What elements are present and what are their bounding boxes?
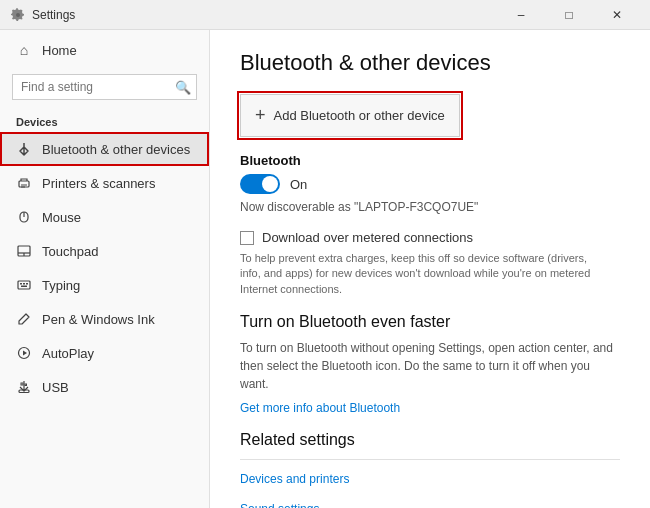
related-settings-title: Related settings [240, 431, 620, 449]
devices-section-label: Devices [0, 110, 209, 132]
related-link-0[interactable]: Devices and printers [240, 472, 620, 486]
svg-rect-14 [21, 383, 23, 385]
usb-icon [16, 379, 32, 395]
svg-rect-7 [18, 281, 30, 289]
related-link-1[interactable]: Sound settings [240, 502, 620, 508]
sidebar-item-bluetooth[interactable]: Bluetooth & other devices [0, 132, 209, 166]
sidebar-item-usb[interactable]: USB [0, 370, 209, 404]
app-window: ⌂ Home 🔍 Devices Bluetooth & other devic… [0, 30, 650, 508]
content-area: Bluetooth & other devices + Add Bluetoot… [210, 30, 650, 508]
maximize-button[interactable]: □ [546, 0, 592, 30]
bluetooth-section-title: Bluetooth [240, 153, 620, 168]
sidebar-item-printers[interactable]: Printers & scanners [0, 166, 209, 200]
titlebar: Settings – □ ✕ [0, 0, 650, 30]
svg-marker-13 [23, 351, 27, 356]
sidebar-mouse-label: Mouse [42, 210, 81, 225]
sidebar-item-pen[interactable]: Pen & Windows Ink [0, 302, 209, 336]
svg-rect-8 [20, 283, 22, 285]
download-checkbox-label: Download over metered connections [262, 230, 473, 245]
sidebar-printers-label: Printers & scanners [42, 176, 155, 191]
sidebar-item-mouse[interactable]: Mouse [0, 200, 209, 234]
search-box: 🔍 [12, 74, 197, 100]
turn-on-text: To turn on Bluetooth without opening Set… [240, 339, 620, 393]
sidebar-typing-label: Typing [42, 278, 80, 293]
svg-rect-1 [19, 181, 29, 187]
mouse-icon [16, 209, 32, 225]
bluetooth-status: On [290, 177, 307, 192]
download-checkbox[interactable] [240, 231, 254, 245]
titlebar-title: Settings [32, 8, 498, 22]
printers-icon [16, 175, 32, 191]
sidebar-item-typing[interactable]: Typing [0, 268, 209, 302]
settings-icon [10, 7, 26, 23]
add-device-label: Add Bluetooth or other device [274, 108, 445, 123]
bluetooth-toggle-row: On [240, 174, 620, 194]
download-helper-text: To help prevent extra charges, keep this… [240, 251, 600, 297]
sidebar-usb-label: USB [42, 380, 69, 395]
sidebar-touchpad-label: Touchpad [42, 244, 98, 259]
page-title: Bluetooth & other devices [240, 50, 620, 76]
sidebar-item-autoplay[interactable]: AutoPlay [0, 336, 209, 370]
divider [240, 459, 620, 460]
bluetooth-icon [16, 141, 32, 157]
close-button[interactable]: ✕ [594, 0, 640, 30]
svg-rect-11 [21, 286, 27, 288]
touchpad-icon [16, 243, 32, 259]
typing-icon [16, 277, 32, 293]
svg-point-0 [16, 13, 20, 17]
sidebar: ⌂ Home 🔍 Devices Bluetooth & other devic… [0, 30, 210, 508]
plus-icon: + [255, 105, 266, 126]
sidebar-pen-label: Pen & Windows Ink [42, 312, 155, 327]
turn-on-title: Turn on Bluetooth even faster [240, 313, 620, 331]
discoverable-text: Now discoverable as "LAPTOP-F3CQO7UE" [240, 200, 620, 214]
svg-rect-10 [26, 283, 28, 285]
sidebar-item-touchpad[interactable]: Touchpad [0, 234, 209, 268]
svg-rect-15 [25, 384, 27, 386]
window-controls: – □ ✕ [498, 0, 640, 30]
home-label: Home [42, 43, 77, 58]
pen-icon [16, 311, 32, 327]
sidebar-item-home[interactable]: ⌂ Home [0, 30, 209, 70]
minimize-button[interactable]: – [498, 0, 544, 30]
svg-rect-9 [23, 283, 25, 285]
bluetooth-toggle[interactable] [240, 174, 280, 194]
autoplay-icon [16, 345, 32, 361]
search-input[interactable] [12, 74, 197, 100]
sidebar-autoplay-label: AutoPlay [42, 346, 94, 361]
home-icon: ⌂ [16, 42, 32, 58]
get-more-info-link[interactable]: Get more info about Bluetooth [240, 401, 620, 415]
search-icon: 🔍 [175, 80, 191, 95]
add-device-button[interactable]: + Add Bluetooth or other device [240, 94, 460, 137]
sidebar-bluetooth-label: Bluetooth & other devices [42, 142, 190, 157]
download-checkbox-row: Download over metered connections [240, 230, 620, 245]
